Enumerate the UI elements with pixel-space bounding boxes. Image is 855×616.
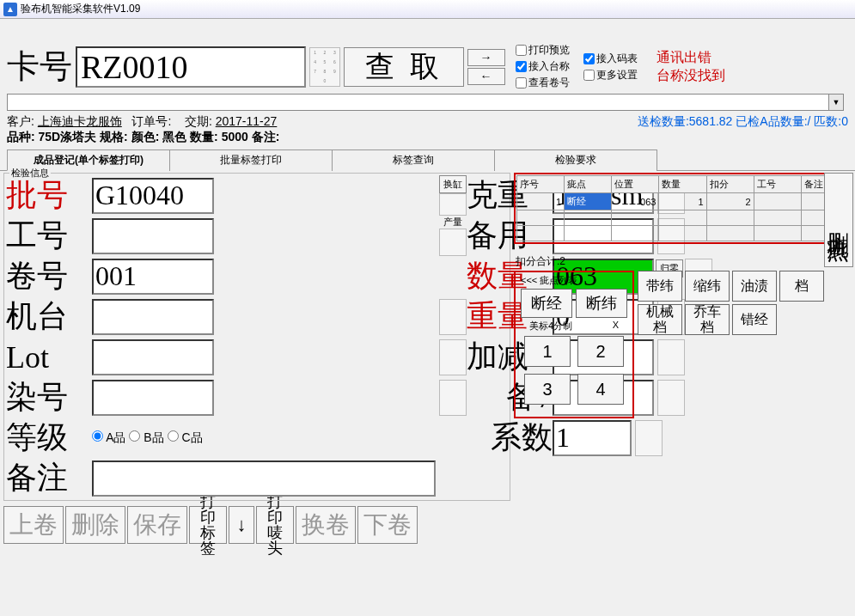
customer-info: 客户: 上海迪卡龙服饰 订单号: 交期: 2017-11-27 [7,114,277,130]
note-label: 备注 [6,457,92,499]
roll-input[interactable] [92,259,214,295]
change-roll-btn[interactable]: 换卷 [296,506,356,544]
up-roll-btn[interactable]: 上卷 [3,506,64,544]
lot-input[interactable] [92,339,214,375]
roll-label: 卷号 [6,255,92,297]
radio-a[interactable]: A品 [92,430,125,446]
worker-label: 工号 [6,215,92,257]
batch-label: 批号 [6,174,92,217]
defect-table-frame: 序号 疵点 位置 数量 扣分 工号 备注 1 断经 063 1 2 [514,173,852,244]
change-vat-btn[interactable]: 换缸 [439,175,467,193]
delete-defect-btn[interactable]: 删疵点 [824,173,853,267]
score-1-btn[interactable]: 1 [524,336,571,367]
defect-list-title: <<< 疵点列表 [521,274,627,287]
radio-b[interactable]: B品 [129,430,163,446]
table-row[interactable] [517,210,849,226]
next-roll-btn[interactable]: 下卷 [357,506,418,544]
kp4[interactable] [439,339,467,375]
fieldset-label: 检验信息 [9,167,51,180]
product-info: 品种: 75D涤塔夫 规格: 颜色: 黑色 数量: 5000 备注: [0,130,855,149]
main-combo[interactable]: ▼ [7,94,844,111]
defect-type-btn[interactable]: 油渍 [732,271,777,302]
tab-requirements[interactable]: 检验要求 [494,149,657,171]
stats-info: 送检数量:5681.82 已检A品数量:/ 匹数:0 [638,114,848,130]
defect-type-btn[interactable]: 缩纬 [685,271,730,302]
query-button[interactable]: 查取 [344,47,464,87]
down-arrow-btn[interactable]: ↓ [229,506,254,544]
kp5[interactable] [439,380,467,416]
delete-btn[interactable]: 删除 [65,506,125,544]
window-title: 验布机智能采集软件V1.09 [21,2,140,16]
std-label: 美标4分制 [529,320,572,332]
table-row[interactable] [517,226,849,241]
table-row[interactable]: 1 断经 063 1 2 [517,193,849,210]
save-btn[interactable]: 保存 [127,506,187,544]
card-input[interactable] [76,46,306,88]
keypad-card[interactable]: 1234567890 [309,47,340,87]
cb-roll[interactable]: 查看卷号 [516,76,570,90]
status-err2: 台称没找到 [657,67,725,85]
cb-more[interactable]: 更多设置 [583,68,638,82]
machine-label: 机台 [6,296,92,338]
th-no: 序号 [517,176,565,193]
grade-label: 等级 [6,417,92,459]
print-head-btn[interactable]: 打印唛头 [256,506,294,544]
status-err1: 通讯出错 [657,49,725,67]
worker-input[interactable] [92,218,214,254]
th-score: 扣分 [706,176,754,193]
score-4-btn[interactable]: 4 [577,374,624,405]
defect-list-panel: <<< 疵点列表 断经 断纬 美标4分制X 1 2 3 4 [514,271,634,418]
output-label: 产量 [443,216,462,229]
cb-scale[interactable]: 接入台称 [516,59,570,74]
defect-type-btn[interactable]: 带纬 [638,271,682,302]
defect-dw-btn[interactable]: 断纬 [576,289,627,318]
close-x[interactable]: X [613,320,619,332]
machine-input[interactable] [92,299,214,335]
kp3[interactable] [439,299,467,335]
th-qty: 数量 [659,176,706,193]
defect-type-btn[interactable]: 机械档 [638,304,682,335]
lot-label: Lot [6,339,92,375]
th-defect: 疵点 [565,176,612,193]
arrow-left-button[interactable]: ← [467,68,505,85]
chevron-down-icon[interactable]: ▼ [828,95,843,110]
defect-type-btn[interactable]: 档 [779,271,824,302]
defect-type-btn[interactable]: 乔车档 [685,304,730,335]
kp2[interactable] [439,229,467,256]
batch-input[interactable] [92,178,214,214]
tab-label-query[interactable]: 标签查询 [332,149,495,171]
defect-type-grid: 带纬 缩纬 油渍 档 机械档 乔车档 错经 [638,271,824,335]
dye-label: 染号 [6,376,92,418]
app-icon: ▲ [3,3,17,16]
cb-preview[interactable]: 打印预览 [516,43,570,58]
arrow-right-button[interactable]: → [467,49,505,66]
tab-batch-print[interactable]: 批量标签打印 [169,149,333,171]
card-label: 卡号 [7,45,72,88]
score-3-btn[interactable]: 3 [524,374,571,405]
cb-code[interactable]: 接入码表 [583,52,638,66]
defect-dj-btn[interactable]: 断经 [521,289,572,318]
radio-c[interactable]: C品 [168,430,203,446]
kp1[interactable] [439,193,467,216]
score-2-btn[interactable]: 2 [577,336,624,367]
defect-type-btn[interactable]: 错经 [732,304,777,335]
print-label-btn[interactable]: 打印标签 [189,506,227,544]
th-pos: 位置 [612,176,659,193]
note-input[interactable] [92,460,436,497]
titlebar: ▲ 验布机智能采集软件V1.09 [0,0,855,19]
score-total: 扣分合计:2 [516,254,852,269]
th-worker: 工号 [754,176,801,193]
dye-input[interactable] [92,380,214,416]
defect-table[interactable]: 序号 疵点 位置 数量 扣分 工号 备注 1 断经 063 1 2 [516,175,849,241]
